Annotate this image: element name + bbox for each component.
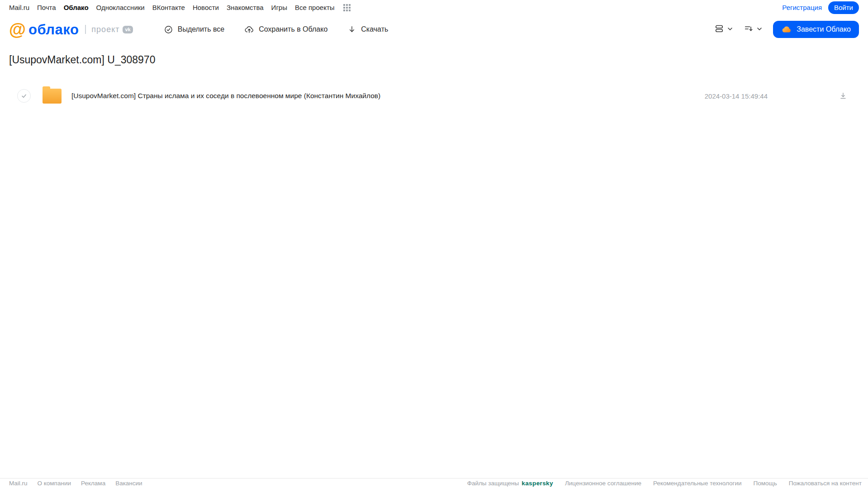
- logo-divider: [85, 25, 86, 34]
- kaspersky-logo[interactable]: kaspersky: [522, 480, 553, 487]
- save-to-cloud-label: Сохранить в Облако: [259, 25, 327, 33]
- registration-link[interactable]: Регистрация: [782, 4, 822, 11]
- nav-link-news[interactable]: Новости: [193, 4, 219, 11]
- footer-link-about[interactable]: О компании: [38, 480, 71, 487]
- footer-link-jobs[interactable]: Вакансии: [115, 480, 142, 487]
- check-circle-icon: [164, 25, 173, 34]
- file-date: 2024-03-14 15:49:44: [705, 92, 768, 100]
- select-all-label: Выделить все: [178, 25, 224, 33]
- footer-link-mailru[interactable]: Mail.ru: [9, 480, 28, 487]
- portal-auth: Регистрация Войти: [782, 1, 859, 14]
- footer-link-report[interactable]: Пожаловаться на контент: [789, 480, 862, 487]
- nav-link-mailru[interactable]: Mail.ru: [9, 4, 29, 11]
- folder-icon: [43, 89, 62, 104]
- nav-link-vkontakte[interactable]: ВКонтакте: [152, 4, 185, 11]
- files-protected: Файлы защищены kaspersky: [467, 480, 553, 487]
- portal-nav: Mail.ru Почта Облако Одноклассники ВКонт…: [9, 4, 351, 11]
- row-checkbox[interactable]: [17, 89, 31, 103]
- toolbar: Выделить все Сохранить в Облако Скачать: [164, 24, 389, 34]
- cloud-logo[interactable]: @ облако: [9, 21, 79, 38]
- footer-link-recommendations[interactable]: Рекомендательные технологии: [653, 480, 741, 487]
- project-label-text: проект: [91, 25, 119, 34]
- select-all-button[interactable]: Выделить все: [164, 25, 224, 34]
- mailru-at-icon: @: [9, 21, 26, 38]
- view-mode-icon: [714, 24, 724, 35]
- footer: Mail.ru О компании Реклама Вакансии Файл…: [0, 478, 868, 488]
- grid-dots-icon[interactable]: [343, 4, 351, 11]
- top-portal-bar: Mail.ru Почта Облако Одноклассники ВКонт…: [0, 0, 868, 15]
- cloud-icon: [781, 24, 792, 35]
- main-content: [UsupovMarket.com] U_308970 [UsupovMarke…: [0, 54, 868, 107]
- protected-label: Файлы защищены: [467, 480, 519, 487]
- download-arrow-icon: [347, 25, 356, 34]
- chevron-down-icon: [727, 25, 733, 33]
- save-to-cloud-button[interactable]: Сохранить в Облако: [244, 24, 327, 34]
- file-name-link[interactable]: [UsupovMarket.com] Страны ислама и их со…: [71, 92, 380, 100]
- cloud-upload-icon: [244, 24, 254, 34]
- footer-link-help[interactable]: Помощь: [754, 480, 777, 487]
- project-label: проект vk: [91, 25, 133, 34]
- download-label: Скачать: [361, 25, 388, 33]
- get-cloud-button[interactable]: Завести Облако: [773, 21, 859, 38]
- footer-right-links: Файлы защищены kaspersky Лицензионное со…: [467, 480, 862, 487]
- nav-link-dating[interactable]: Знакомства: [227, 4, 264, 11]
- sort-control[interactable]: [744, 24, 762, 35]
- footer-left-links: Mail.ru О компании Реклама Вакансии: [9, 480, 142, 487]
- login-button[interactable]: Войти: [828, 1, 859, 14]
- sort-icon: [744, 24, 754, 35]
- logo-wordmark: облако: [28, 23, 79, 37]
- page-title: [UsupovMarket.com] U_308970: [9, 54, 859, 66]
- nav-link-odnoklassniki[interactable]: Одноклассники: [96, 4, 145, 11]
- chevron-down-icon: [757, 25, 762, 33]
- vk-badge-icon: vk: [123, 26, 133, 33]
- file-row[interactable]: [UsupovMarket.com] Страны ислама и их со…: [9, 85, 859, 107]
- row-download-icon[interactable]: [839, 91, 848, 100]
- nav-link-all-projects[interactable]: Все проекты: [295, 4, 335, 11]
- nav-link-games[interactable]: Игры: [271, 4, 287, 11]
- nav-link-mail[interactable]: Почта: [37, 4, 56, 11]
- file-list: [UsupovMarket.com] Страны ислама и их со…: [9, 85, 859, 107]
- nav-link-cloud[interactable]: Облако: [64, 4, 89, 11]
- header: @ облако проект vk Выделить все: [0, 16, 868, 43]
- footer-link-license[interactable]: Лицензионное соглашение: [565, 480, 641, 487]
- get-cloud-label: Завести Облако: [797, 25, 851, 33]
- header-right-controls: Завести Облако: [714, 21, 859, 38]
- download-button[interactable]: Скачать: [347, 25, 388, 34]
- footer-link-ads[interactable]: Реклама: [81, 480, 105, 487]
- view-mode-control[interactable]: [714, 24, 733, 35]
